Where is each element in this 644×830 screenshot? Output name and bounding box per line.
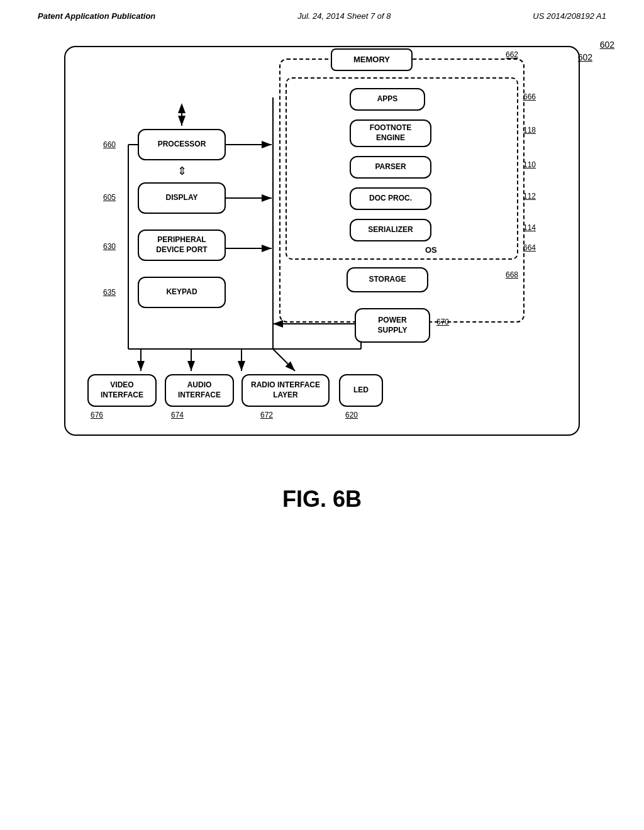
svg-line-16 <box>273 349 295 371</box>
serializer-box: SERIALIZER <box>350 219 431 241</box>
audio-interface-box: AUDIO INTERFACE <box>165 374 234 407</box>
software-dashed-box: APPS FOOTNOTE ENGINE PARSER DOC PROC. SE… <box>286 77 518 260</box>
header-center: Jul. 24, 2014 Sheet 7 of 8 <box>297 11 391 21</box>
doc-proc-label: DOC PROC. <box>369 194 412 204</box>
memory-box: MEMORY <box>331 48 413 71</box>
doc-proc-box: DOC PROC. <box>350 187 431 210</box>
keypad-box: KEYPAD <box>138 277 226 308</box>
display-label: DISPLAY <box>166 193 198 203</box>
ref-620: 620 <box>345 411 358 419</box>
ref-662: 662 <box>506 50 518 59</box>
ref-666: 666 <box>523 92 536 101</box>
ref-660: 660 <box>103 140 116 149</box>
led-label: LED <box>353 385 369 396</box>
footnote-engine-label: FOOTNOTE ENGINE <box>370 123 412 143</box>
audio-interface-label: AUDIO INTERFACE <box>178 380 221 400</box>
radio-interface-box: RADIO INTERFACE LAYER <box>242 374 330 407</box>
proc-arrow: ⇕ <box>177 165 187 177</box>
memory-label: MEMORY <box>353 55 390 65</box>
power-supply-label: POWER SUPPLY <box>378 316 408 335</box>
ref-630: 630 <box>103 242 116 251</box>
apps-box: APPS <box>350 88 425 111</box>
peripheral-box: PERIPHERAL DEVICE PORT <box>138 230 226 261</box>
outer-box: MEMORY APPS FOOTNOTE ENGINE PARSER <box>64 46 580 436</box>
led-box: LED <box>339 374 383 407</box>
os-label: OS <box>425 245 437 255</box>
power-supply-box: POWER SUPPLY <box>355 308 430 343</box>
ref-605: 605 <box>103 193 116 202</box>
footnote-engine-box: FOOTNOTE ENGINE <box>350 119 431 147</box>
ref-112: 112 <box>523 192 536 201</box>
ref-674: 674 <box>171 411 184 419</box>
apps-label: APPS <box>377 94 398 104</box>
memory-dashed-box: MEMORY APPS FOOTNOTE ENGINE PARSER <box>279 58 525 323</box>
ref-602: 602 <box>600 40 614 50</box>
display-box: DISPLAY <box>138 182 226 214</box>
processor-box: PROCESSOR <box>138 129 226 160</box>
keypad-label: KEYPAD <box>166 287 197 297</box>
ref-110: 110 <box>523 160 536 169</box>
storage-box: STORAGE <box>347 267 428 292</box>
ref-676: 676 <box>91 411 103 419</box>
header-left: Patent Application Publication <box>38 11 155 21</box>
ref-672: 672 <box>260 411 273 419</box>
ref-635: 635 <box>103 288 116 297</box>
ref-670: 670 <box>436 318 449 326</box>
parser-box: PARSER <box>350 156 431 179</box>
video-interface-box: VIDEO INTERFACE <box>87 374 157 407</box>
ref-114: 114 <box>523 223 536 232</box>
header-right: US 2014/208192 A1 <box>533 11 606 21</box>
figure-caption: FIG. 6B <box>0 486 644 512</box>
ref-602-label: 602 <box>578 52 592 62</box>
serializer-label: SERIALIZER <box>368 225 413 235</box>
ref-664: 664 <box>523 243 536 252</box>
diagram-container: 602 <box>52 46 592 436</box>
peripheral-label: PERIPHERAL DEVICE PORT <box>156 235 207 255</box>
storage-label: STORAGE <box>369 275 406 285</box>
page-header: Patent Application Publication Jul. 24, … <box>0 0 644 27</box>
parser-label: PARSER <box>375 162 406 172</box>
video-interface-label: VIDEO INTERFACE <box>101 380 143 400</box>
ref-668: 668 <box>506 270 518 279</box>
processor-label: PROCESSOR <box>158 140 206 150</box>
radio-interface-label: RADIO INTERFACE LAYER <box>251 380 320 400</box>
ref-118: 118 <box>523 126 536 135</box>
